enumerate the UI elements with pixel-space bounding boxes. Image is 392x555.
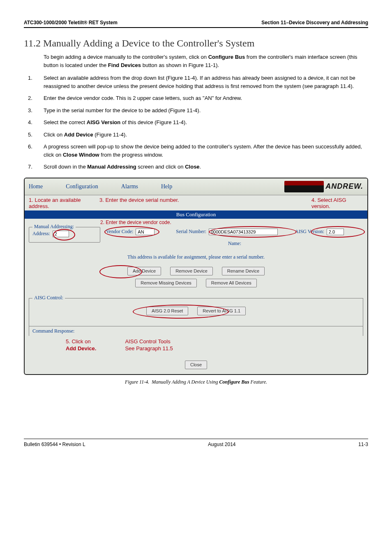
footer-left: Bulletin 639544 • Revision L — [24, 442, 85, 447]
menu-help[interactable]: Help — [161, 183, 172, 190]
menu-configuration[interactable]: Configuration — [66, 183, 98, 190]
serial-number-label: Serial Number: — [176, 229, 206, 235]
annotation-3: 3. Enter the device serial number. — [97, 197, 311, 210]
name-label: Name: — [228, 240, 241, 246]
menu-home[interactable]: Home — [29, 183, 43, 190]
aisg-reset-button[interactable]: AISG 2.0 Reset — [146, 307, 188, 315]
annotation-tools: AISG Control Tools See Paragraph 11.5 — [125, 338, 173, 352]
vendor-code-select[interactable] — [136, 229, 154, 235]
aisg-version-label: AISG Version: — [295, 229, 324, 235]
step-2: Enter the device vendor code. This is 2 … — [24, 94, 368, 102]
step-7: Scroll down in the Manual Addressing scr… — [24, 163, 368, 171]
annotation-5: 5. Click on Add Device. — [66, 338, 96, 352]
revert-aisg-button[interactable]: Revert to AISG 1.1 — [197, 307, 246, 315]
serial-number-input[interactable] — [209, 229, 278, 235]
footer-center: August 2014 — [208, 442, 235, 447]
aisg-control-legend: AISG Control: — [32, 295, 65, 301]
aisg-version-select[interactable] — [327, 229, 344, 235]
annotation-1: 1. Locate an available address. — [29, 197, 97, 210]
header-right: Section 11–Device Discovery and Addressi… — [261, 20, 368, 25]
add-device-button[interactable]: Add Device — [127, 267, 161, 275]
section-title: 11.2 Manually Adding a Device to the Con… — [24, 38, 368, 49]
remove-all-devices-button[interactable]: Remove All Devices — [206, 279, 257, 287]
manual-addressing-legend: Manual Addressing: — [32, 224, 76, 230]
figure-caption: Figure 11-4. Manually Adding A Device Us… — [24, 379, 368, 385]
availability-message: This address is available for assignment… — [25, 254, 367, 260]
menu-alarms[interactable]: Alarms — [121, 183, 138, 190]
close-button[interactable]: Close — [185, 361, 207, 369]
command-response-label: Command Response: — [29, 326, 363, 336]
step-1: Select an available address from the dro… — [24, 74, 368, 90]
vendor-code-label: Vendor Code: — [106, 229, 133, 235]
logo-icon — [284, 181, 324, 192]
intro-paragraph: To begin adding a device manually to the… — [44, 53, 368, 69]
annotation-2: 2. Enter the device vendor code. — [100, 220, 367, 225]
bus-config-bar: Bus Configuration — [25, 210, 367, 219]
step-4: Select the correct AISG Version of this … — [24, 118, 368, 127]
step-6: A progress screen will pop-up to show th… — [24, 143, 368, 159]
step-3: Type in the serial number for the device… — [24, 106, 368, 115]
step-5: Click on Add Device (Figure 11-4). — [24, 131, 368, 139]
remove-device-button[interactable]: Remove Device — [170, 267, 213, 275]
annotation-4: 4. Select AISG version. — [311, 197, 363, 210]
brand-logo: ANDREW. — [284, 181, 363, 192]
address-label: Address: — [32, 231, 50, 237]
app-window: Home Configuration Alarms Help ANDREW. 1… — [24, 178, 368, 375]
header-left: ATC300-1000/2000 Teletilt® RET System — [24, 20, 118, 25]
remove-missing-devices-button[interactable]: Remove Missing Devices — [135, 279, 196, 287]
logo-text: ANDREW. — [325, 182, 363, 191]
rename-device-button[interactable]: Rename Device — [222, 267, 265, 275]
footer-right: 11-3 — [358, 442, 368, 447]
address-select[interactable] — [53, 231, 69, 237]
